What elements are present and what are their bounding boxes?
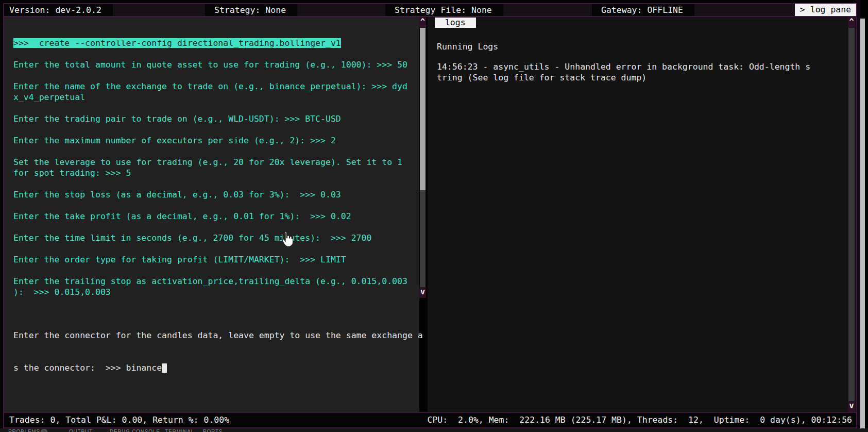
strategy-label: Strategy: None — [205, 4, 297, 16]
app-window: Version: dev-2.0.2 Strategy: None Strate… — [0, 0, 868, 432]
tab-ports[interactable]: PORTS — [203, 429, 223, 432]
prompt-line: s the connector: >>> binance — [13, 362, 423, 373]
problems-count-badge: 2 — [41, 429, 47, 432]
version-label: Version: dev-2.0.2 — [4, 4, 113, 16]
trades-pnl-status: Trades: 0, Total P&L: 0.00, Return %: 0.… — [9, 413, 229, 427]
vscode-panel-tabs: PROBLEMS 2 OUTPUT DEBUG CONSOLE TERMINAL… — [0, 428, 868, 432]
terminal-line: Enter the time limit in seconds (e.g., 2… — [13, 232, 419, 243]
prompt-line: Enter the connector for the candles data… — [13, 330, 423, 341]
tab-problems[interactable]: PROBLEMS — [8, 429, 40, 432]
terminal-line — [13, 243, 419, 254]
terminal-line — [13, 124, 419, 135]
log-scrollbar[interactable]: ^ v — [848, 17, 855, 412]
log-pane-toggle-button[interactable]: > log pane — [795, 4, 856, 16]
log-pane[interactable]: logs Running Logs 14:56:23 - async_utils… — [428, 17, 856, 412]
tab-output[interactable]: OUTPUT — [69, 429, 93, 432]
tab-debug-console[interactable]: DEBUG CONSOLE — [110, 429, 160, 432]
terminal-scrollback: >>> create --controller-config direction… — [4, 17, 419, 297]
terminal-line — [13, 146, 419, 157]
terminal-line — [13, 222, 419, 232]
terminal-line: Enter the maximum number of executors pe… — [13, 135, 419, 146]
text-cursor — [162, 363, 167, 373]
terminal-line: Enter the take profit (as a decimal, e.g… — [13, 211, 419, 222]
terminal-line — [13, 265, 419, 276]
highlighted-command: >>> create --controller-config direction… — [13, 38, 341, 48]
scroll-up-icon[interactable]: ^ — [419, 17, 426, 28]
log-entry-line: tring (See log file for stack trace dump… — [437, 72, 646, 83]
terminal-line: Enter the name of the exchange to trade … — [13, 81, 419, 92]
terminal-line — [13, 178, 419, 189]
tab-terminal[interactable]: TERMINAL — [165, 429, 194, 432]
strategy-file-label: Strategy File: None — [385, 4, 503, 16]
terminal-line — [13, 70, 419, 81]
terminal-line: Enter the trading pair to trade on (e.g.… — [13, 113, 419, 124]
terminal-line: ): >>> 0.015,0.003 — [13, 287, 419, 297]
terminal-line: Enter the stop loss (as a decimal, e.g.,… — [13, 189, 419, 200]
outer-scrollbar-thumb[interactable] — [860, 19, 865, 432]
terminal-scrollbar-track[interactable] — [420, 190, 426, 287]
top-status-bar: Version: dev-2.0.2 Strategy: None Strate… — [4, 4, 856, 16]
log-entry-line: 14:56:23 - async_utils - Unhandled error… — [437, 61, 810, 72]
terminal-line: Enter the order type for taking profit (… — [13, 254, 419, 265]
terminal-line — [13, 103, 419, 113]
terminal-line: Enter the total amount in quote asset to… — [13, 59, 419, 70]
terminal-line: Set the leverage to use for trading (e.g… — [13, 157, 419, 168]
terminal-line: x_v4_perpetual — [13, 92, 419, 103]
terminal-line — [13, 48, 419, 59]
terminal-line: for spot trading: >>> 5 — [13, 168, 419, 178]
terminal-input-prompt[interactable]: Enter the connector for the candles data… — [13, 308, 423, 395]
tab-logs[interactable]: logs — [435, 18, 476, 28]
terminal-scrollbar[interactable]: ^ v — [419, 17, 426, 298]
terminal-command-line: >>> create --controller-config direction… — [13, 38, 419, 48]
scroll-down-icon[interactable]: v — [848, 401, 855, 412]
log-scrollbar-track[interactable] — [848, 28, 855, 401]
gateway-label: Gateway: OFFLINE — [592, 4, 694, 16]
terminal-scrollbar-thumb[interactable] — [420, 28, 426, 190]
system-resources-status: CPU: 2.0%, Mem: 222.16 MB (225.17 MB), T… — [427, 413, 852, 427]
terminal-line: Enter the trailing stop as activation_pr… — [13, 276, 419, 287]
scroll-down-icon[interactable]: v — [419, 287, 426, 298]
log-pane-title: Running Logs — [437, 41, 498, 52]
bottom-status-bar: Trades: 0, Total P&L: 0.00, Return %: 0.… — [4, 413, 856, 427]
prompt-input-text: s the connector: >>> binance — [13, 363, 162, 373]
scroll-up-icon[interactable]: ^ — [848, 17, 855, 28]
terminal-line — [13, 200, 419, 211]
